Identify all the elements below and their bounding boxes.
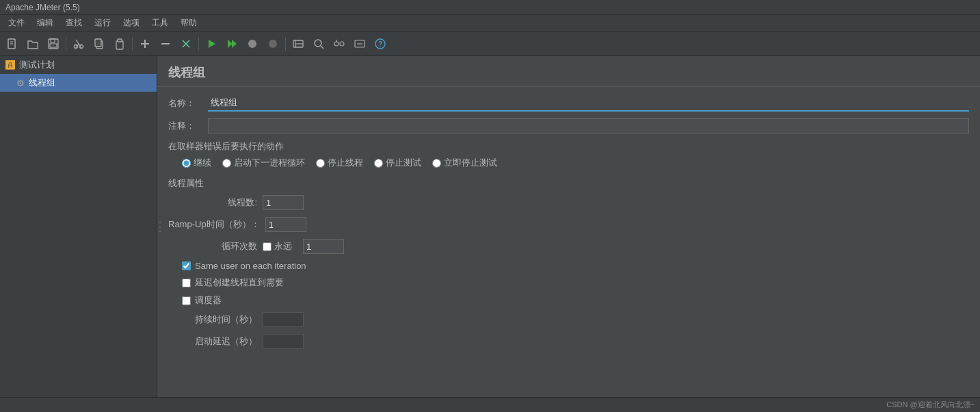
menu-edit[interactable]: 编辑 — [31, 16, 59, 30]
radio-start-next[interactable]: 启动下一进程循环 — [222, 157, 305, 169]
duration-row: 持续时间（秒） — [168, 312, 969, 327]
delayed-start-checkbox-row[interactable]: 延迟创建线程直到需要 — [168, 276, 969, 289]
startup-delay-row: 启动延迟（秒） — [168, 334, 969, 349]
sidebar: 🅰 测试计划 ⚙ 线程组 — [0, 56, 157, 397]
svg-point-21 — [248, 40, 256, 48]
sidebar-item-label-test-plan: 测试计划 — [19, 59, 55, 71]
content-area: 线程组 名称： 注释： 在取样器错误后要执行的动作 继续 — [157, 56, 980, 397]
scheduler-checkbox-row[interactable]: 调度器 — [168, 294, 969, 307]
duration-input[interactable] — [263, 312, 304, 327]
new-button[interactable] — [3, 34, 22, 53]
copy-button[interactable] — [90, 34, 109, 53]
sidebar-item-test-plan[interactable]: 🅰 测试计划 — [0, 56, 157, 74]
paste-button[interactable] — [110, 34, 129, 53]
sidebar-item-label-thread-group: 线程组 — [29, 77, 55, 89]
sidebar-item-thread-group[interactable]: ⚙ 线程组 — [0, 74, 157, 92]
delayed-start-checkbox[interactable] — [182, 279, 191, 287]
comment-input[interactable] — [208, 118, 969, 133]
same-user-checkbox-row[interactable]: Same user on each iteration — [168, 261, 969, 271]
test-plan-icon: 🅰 — [5, 60, 15, 70]
svg-rect-14 — [118, 39, 122, 42]
comment-row: 注释： — [168, 118, 969, 133]
startup-delay-input[interactable] — [263, 334, 304, 349]
name-input[interactable] — [208, 95, 969, 112]
radio-group-container: 继续 启动下一进程循环 停止线程 停止测试 — [168, 157, 969, 169]
shutdown-button[interactable] — [263, 34, 282, 53]
collapse-button[interactable] — [350, 34, 369, 53]
toolbar: ? — [0, 31, 980, 56]
radio-continue-label: 继续 — [194, 157, 211, 169]
panel-title: 线程组 — [157, 56, 980, 87]
loop-count-input[interactable] — [303, 239, 344, 254]
svg-line-27 — [321, 46, 323, 49]
radio-stop-test-label: 停止测试 — [386, 157, 421, 169]
run-remote-button[interactable] — [222, 34, 241, 53]
help-button[interactable]: ? — [371, 34, 390, 53]
cut-button[interactable] — [69, 34, 88, 53]
radio-stop-test-now-label: 立即停止测试 — [444, 157, 497, 169]
thread-count-input[interactable] — [263, 195, 304, 210]
scheduler-label: 调度器 — [195, 294, 222, 307]
clear-all-button[interactable] — [289, 34, 308, 53]
ramp-up-row: Ramp-Up时间（秒）： — [168, 217, 969, 232]
separator1 — [66, 37, 66, 51]
duration-label: 持续时间（秒） — [168, 313, 257, 326]
radio-start-next-label: 启动下一进程循环 — [234, 157, 305, 169]
add-button[interactable] — [135, 34, 155, 53]
svg-marker-18 — [209, 40, 215, 48]
radio-stop-test-now[interactable]: 立即停止测试 — [432, 157, 497, 169]
svg-rect-13 — [116, 41, 123, 49]
title-text: Apache JMeter (5.5) — [5, 3, 80, 12]
separator2 — [132, 37, 133, 51]
ramp-up-label: Ramp-Up时间（秒）： — [168, 218, 260, 231]
loop-label: 循环次数 — [168, 240, 257, 253]
same-user-label: Same user on each iteration — [195, 261, 306, 271]
radio-continue[interactable]: 继续 — [182, 157, 211, 169]
action-section-label: 在取样器错误后要执行的动作 — [168, 140, 969, 153]
same-user-checkbox[interactable] — [182, 261, 191, 270]
status-text: CSDN @迎着北风向北漂~ — [886, 400, 975, 410]
remove-button[interactable] — [156, 34, 175, 53]
title-bar: Apache JMeter (5.5) — [0, 0, 980, 15]
error-action-radio-group: 继续 启动下一进程循环 停止线程 停止测试 — [182, 157, 969, 169]
svg-line-10 — [76, 40, 79, 44]
forever-label: 永远 — [274, 240, 292, 253]
delayed-start-label: 延迟创建线程直到需要 — [195, 276, 284, 289]
resize-handle[interactable]: ⋮ — [154, 220, 164, 233]
thread-props-label: 线程属性 — [168, 177, 969, 190]
menu-file[interactable]: 文件 — [3, 16, 30, 30]
separator4 — [285, 37, 286, 51]
svg-point-26 — [315, 40, 321, 47]
expand-button[interactable] — [330, 34, 349, 53]
svg-marker-20 — [232, 40, 237, 48]
open-button[interactable] — [23, 34, 42, 53]
svg-point-22 — [269, 40, 277, 48]
status-bar: CSDN @迎着北风向北漂~ — [0, 397, 980, 412]
svg-text:?: ? — [378, 40, 382, 48]
radio-stop-test[interactable]: 停止测试 — [374, 157, 421, 169]
menu-help[interactable]: 帮助 — [175, 16, 202, 30]
search-icon-button[interactable] — [309, 34, 328, 53]
scheduler-checkbox[interactable] — [182, 296, 191, 305]
radio-stop-thread-label: 停止线程 — [328, 157, 363, 169]
svg-point-29 — [340, 42, 344, 46]
separator3 — [198, 37, 199, 51]
form-area: 名称： 注释： 在取样器错误后要执行的动作 继续 — [157, 87, 980, 364]
stop-button[interactable] — [243, 34, 262, 53]
startup-delay-label: 启动延迟（秒） — [168, 335, 257, 348]
forever-checkbox[interactable] — [263, 242, 272, 251]
menu-tools[interactable]: 工具 — [146, 16, 174, 30]
comment-label: 注释： — [168, 120, 202, 132]
svg-marker-19 — [228, 40, 233, 48]
name-label: 名称： — [168, 97, 202, 110]
run-button[interactable] — [202, 34, 221, 53]
save-button[interactable] — [44, 34, 63, 53]
menu-find[interactable]: 查找 — [60, 16, 88, 30]
menu-run[interactable]: 运行 — [89, 16, 116, 30]
ramp-up-input[interactable] — [265, 217, 306, 232]
thread-count-row: 线程数: — [168, 195, 969, 210]
menu-options[interactable]: 选项 — [118, 16, 145, 30]
radio-stop-thread[interactable]: 停止线程 — [316, 157, 363, 169]
svg-rect-12 — [95, 39, 101, 47]
clear-button[interactable] — [176, 34, 196, 53]
